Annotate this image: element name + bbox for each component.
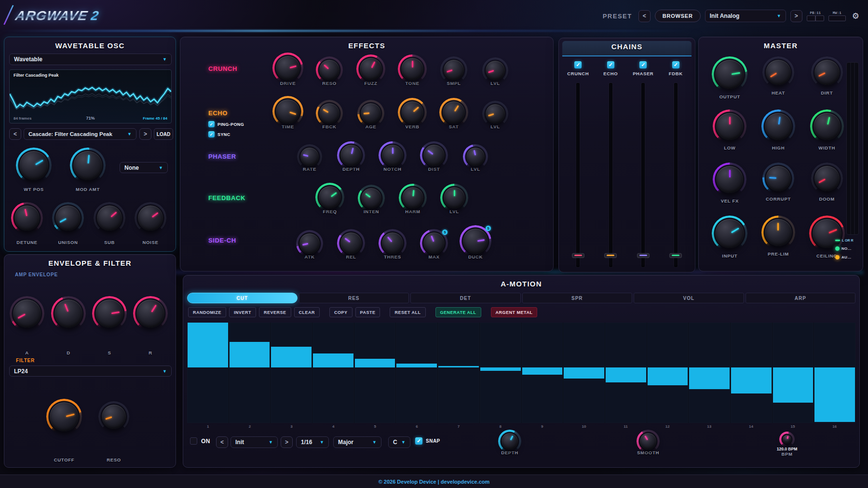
d-knob[interactable] [54,299,83,328]
max-knob[interactable]: S [423,232,445,254]
fbck-knob[interactable] [319,103,340,124]
lvl-knob[interactable] [443,187,465,209]
step-slot-15[interactable] [773,323,814,423]
load-button[interactable]: LOAD [154,128,173,140]
depth-knob[interactable] [340,144,362,166]
amotion-prev-button[interactable]: < [216,436,228,448]
step-slot-8[interactable] [480,323,521,423]
r-knob[interactable] [136,299,165,328]
doom-knob[interactable] [814,165,840,191]
step-slot-12[interactable] [647,323,689,423]
crunch-slider-track[interactable] [576,83,580,267]
step-slot-3[interactable] [271,323,312,423]
reverse-button[interactable]: REVERSE [259,307,291,317]
drive-knob[interactable] [275,55,300,81]
fdbk-checkbox[interactable]: ✓ [672,61,679,68]
browser-button[interactable]: BROWSER [655,10,701,22]
step-bar-3[interactable] [271,347,312,367]
step-bar-9[interactable] [522,367,563,375]
step-slot-11[interactable] [605,323,647,423]
mod-target-select[interactable]: None ▼ [120,162,168,173]
step-slot-2[interactable] [229,323,271,423]
unison-knob[interactable] [55,205,81,231]
lvl-knob[interactable] [485,104,505,124]
step-slot-14[interactable] [731,323,772,423]
echo-slider-handle[interactable] [604,253,617,258]
waveform-display[interactable]: Filter Cascading Peak 84 frames 71% Fram… [9,69,172,123]
step-bar-8[interactable] [480,367,521,371]
detune-knob[interactable] [14,205,40,231]
rate-knob[interactable] [300,147,319,166]
amotion-scale-select[interactable]: Major ▼ [333,436,381,448]
smpl-knob[interactable] [443,59,464,81]
a-knob[interactable] [13,299,41,328]
s-knob[interactable] [95,299,124,328]
high-knob[interactable] [764,112,792,140]
phaser-checkbox[interactable]: ✓ [639,61,647,68]
verb-knob[interactable] [401,101,424,124]
rel-knob[interactable] [340,232,362,254]
paste-button[interactable]: PASTE [355,307,380,317]
auto-indicator[interactable]: AU… [835,255,860,259]
corrupt-knob[interactable] [765,165,791,191]
sat-knob[interactable] [442,101,465,124]
step-bar-11[interactable] [606,367,646,382]
tone-knob[interactable] [401,57,424,81]
tab-vol[interactable]: VOL [634,293,744,303]
step-slot-16[interactable] [814,323,855,423]
lvl-knob[interactable] [466,147,485,166]
step-bar-2[interactable] [230,342,270,367]
argent-metal-button[interactable]: ARGENT METAL [491,307,538,317]
wavetable-next-button[interactable]: > [139,128,151,140]
freq-knob[interactable] [318,186,341,209]
step-bar-4[interactable] [313,353,353,367]
step-slot-7[interactable] [438,323,479,423]
generate-all-button[interactable]: GENERATE ALL [435,307,481,317]
depth-knob[interactable] [501,433,518,450]
step-bar-1[interactable] [188,323,228,367]
input-knob[interactable] [715,218,745,248]
preset-prev-button[interactable]: < [638,10,651,22]
pre-lim-knob[interactable] [764,218,792,246]
dirt-knob[interactable] [814,59,840,85]
tab-res[interactable]: RES [299,293,409,303]
notch-knob[interactable] [381,144,404,166]
copy-button[interactable]: COPY [329,307,353,317]
output-knob[interactable] [715,59,745,89]
amotion-next-button[interactable]: > [281,436,293,448]
step-slot-13[interactable] [689,323,730,423]
ping-pong-toggle[interactable]: ✓PING-PONG [208,121,244,127]
step-bar-14[interactable] [731,367,772,393]
step-bar-7[interactable] [438,366,479,367]
tab-arp[interactable]: ARP [746,293,856,303]
step-slot-1[interactable] [187,323,229,423]
step-bar-12[interactable] [648,367,688,385]
osc-type-select[interactable]: Wavetable ▼ [9,54,172,65]
amotion-snap-checkbox[interactable]: ✓ [415,437,422,445]
wt-pos-knob[interactable] [19,150,49,180]
step-bar-6[interactable] [396,364,437,367]
step-slot-10[interactable] [563,323,605,423]
fuzz-knob[interactable] [359,57,382,81]
tab-cut[interactable]: CUT [187,293,298,303]
noise-knob[interactable] [137,205,163,231]
harm-knob[interactable] [402,187,424,209]
heat-knob[interactable] [765,59,791,85]
mod-amt-knob[interactable] [73,150,103,180]
crunch-checkbox[interactable]: ✓ [574,61,582,68]
reso-knob[interactable] [101,404,126,429]
echo-slider-track[interactable] [609,83,612,267]
thres-knob[interactable] [381,232,404,254]
vel-fx-knob[interactable] [716,165,744,193]
width-knob[interactable] [813,112,841,140]
amotion-on-checkbox[interactable]: ✓ [190,437,197,445]
low-knob[interactable] [716,112,744,140]
lvl-knob[interactable] [485,60,505,81]
step-bar-13[interactable] [689,367,730,389]
crunch-slider-handle[interactable] [572,253,584,258]
step-bar-10[interactable] [564,367,604,379]
duck-knob[interactable]: S [462,228,488,254]
invert-button[interactable]: INVERT [229,307,256,317]
randomize-button[interactable]: RANDOMIZE [188,307,226,317]
preset-next-button[interactable]: > [790,10,802,22]
